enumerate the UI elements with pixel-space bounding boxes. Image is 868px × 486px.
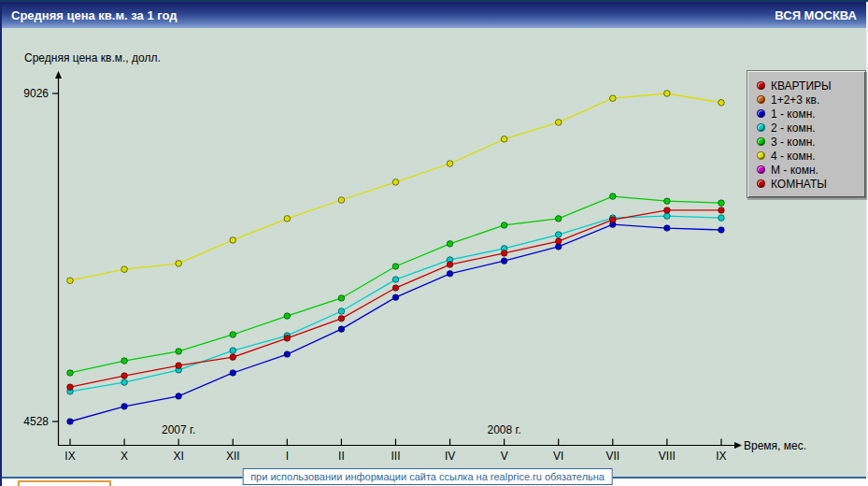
data-point (230, 348, 236, 354)
series-line (70, 216, 721, 392)
legend-label: М - комн. (771, 164, 818, 177)
month-label: VI (553, 450, 563, 463)
data-point (664, 207, 671, 214)
data-point (392, 285, 399, 292)
data-point (176, 349, 182, 355)
data-point (284, 336, 291, 342)
month-label: X (121, 450, 128, 463)
legend-item[interactable]: 2 - комн. (757, 121, 860, 135)
data-point (121, 379, 128, 386)
data-point (67, 278, 74, 284)
legend-label: 2 - комн. (771, 122, 816, 135)
data-point (501, 258, 507, 264)
month-label: XII (226, 450, 240, 463)
data-point (501, 222, 507, 229)
data-point (501, 136, 507, 143)
data-point (121, 266, 128, 273)
month-label: IV (445, 450, 455, 463)
data-point (121, 404, 128, 410)
data-point (67, 419, 74, 425)
chart-area: 45289026Средняя цена кв.м., долл.Время, … (2, 28, 866, 478)
data-point (176, 393, 182, 400)
data-point (67, 370, 74, 377)
legend-item[interactable]: КОМНАТЫ (757, 177, 860, 191)
legend-bullet-icon (757, 123, 765, 132)
x-axis-title: Время, мес. (744, 439, 806, 452)
legend-label: КОМНАТЫ (771, 178, 827, 191)
data-point (67, 384, 74, 391)
data-point (230, 332, 236, 338)
legend-item[interactable]: КВАРТИРЫ (757, 79, 860, 93)
legend-label: КВАРТИРЫ (771, 79, 832, 93)
data-point (664, 225, 671, 232)
legend-item[interactable]: 1+2+3 кв. (757, 93, 860, 107)
data-point (664, 91, 671, 97)
data-point (392, 264, 399, 270)
data-point (447, 241, 453, 248)
legend-bullet-icon (757, 95, 765, 104)
data-point (338, 326, 345, 333)
data-point (392, 294, 399, 301)
month-label: IX (64, 450, 75, 463)
y-tick-label: 4528 (23, 415, 49, 428)
data-point (284, 216, 291, 222)
month-label: XI (173, 450, 183, 463)
data-point (392, 179, 399, 186)
window-title: Средняя цена кв.м. за 1 год (11, 8, 178, 22)
data-point (121, 358, 128, 364)
legend-label: 3 - комн. (771, 136, 816, 149)
data-point (230, 370, 236, 377)
data-point (719, 100, 725, 107)
copyright-notice: при использовании информации сайта ссылк… (242, 468, 613, 485)
data-point (230, 354, 236, 361)
y-axis-arrow (55, 71, 62, 79)
legend-bullet-icon (757, 151, 765, 160)
data-point (610, 217, 617, 223)
data-point (176, 261, 182, 267)
data-point (447, 271, 453, 278)
year-label: 2007 г. (162, 423, 195, 436)
data-point (610, 193, 617, 200)
legend-label: 1+2+3 кв. (771, 93, 819, 107)
year-label: 2008 г. (487, 423, 520, 436)
series-line (70, 224, 721, 422)
data-point (719, 227, 725, 234)
price-line-chart: 45289026Средняя цена кв.м., долл.Время, … (2, 28, 866, 478)
data-point (284, 313, 291, 320)
data-point (121, 373, 128, 379)
region-label: ВСЯ МОСКВА (775, 8, 857, 22)
legend-bullet-icon (757, 165, 765, 174)
data-point (284, 351, 291, 358)
month-label: VIII (659, 450, 676, 463)
x-axis-arrow (734, 442, 742, 449)
data-point (230, 237, 236, 244)
legend-label: 4 - комн. (771, 150, 816, 163)
month-label: I (286, 450, 289, 463)
chart-window: Средняя цена кв.м. за 1 год ВСЯ МОСКВА 4… (0, 0, 868, 486)
legend-bullet-icon (757, 109, 765, 118)
data-point (338, 295, 345, 302)
data-point (555, 120, 562, 126)
data-point (719, 207, 725, 214)
data-point (719, 215, 725, 222)
legend-item[interactable]: 1 - комн. (757, 107, 860, 121)
legend-item[interactable]: 4 - комн. (757, 149, 860, 163)
month-label: VII (605, 450, 619, 463)
legend-item[interactable]: 3 - комн. (757, 135, 860, 149)
legend-item[interactable]: М - комн. (757, 163, 860, 177)
y-axis-title: Средняя цена кв.м., долл. (24, 51, 161, 64)
title-bar: Средняя цена кв.м. за 1 год ВСЯ МОСКВА (2, 2, 866, 28)
series-line (70, 93, 721, 280)
data-point (338, 308, 345, 315)
data-point (610, 95, 617, 102)
legend-bullet-icon (757, 137, 765, 146)
month-label: III (391, 450, 400, 463)
y-tick-label: 9026 (23, 87, 49, 100)
clipped-input-box[interactable] (18, 480, 111, 486)
month-label: V (501, 450, 508, 463)
data-point (338, 316, 345, 322)
data-point (555, 216, 562, 222)
data-point (555, 238, 562, 245)
data-point (664, 198, 671, 205)
chart-legend: КВАРТИРЫ1+2+3 кв.1 - комн.2 - комн.3 - к… (747, 70, 866, 198)
